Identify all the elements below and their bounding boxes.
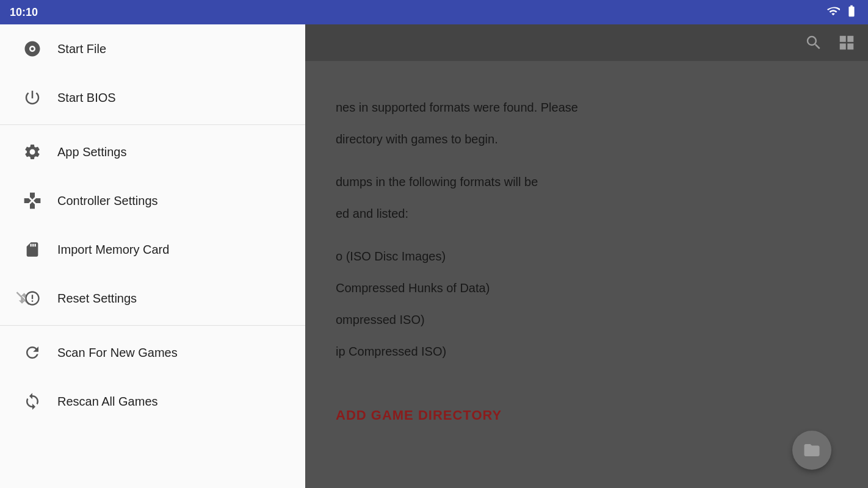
controller-icon <box>17 191 48 210</box>
memory-card-icon <box>17 241 48 258</box>
status-time: 10:10 <box>10 6 38 19</box>
sidebar-drawer: Start File Start BIOS App Settings Contr… <box>0 24 305 488</box>
rescan-icon <box>17 392 48 411</box>
refresh-icon <box>17 343 48 362</box>
power-icon <box>17 88 48 107</box>
scan-for-new-games-label: Scan For New Games <box>57 346 178 360</box>
battery-icon <box>845 4 858 20</box>
sidebar-item-start-bios[interactable]: Start BIOS <box>0 73 305 122</box>
reset-icon <box>17 290 48 307</box>
divider-2 <box>0 325 305 326</box>
controller-settings-label: Controller Settings <box>57 194 158 208</box>
app-settings-label: App Settings <box>57 145 126 159</box>
sidebar-item-reset-settings[interactable]: Reset Settings <box>0 274 305 323</box>
sidebar-item-scan-for-new-games[interactable]: Scan For New Games <box>0 328 305 377</box>
wifi-icon <box>826 4 840 20</box>
divider-1 <box>0 124 305 125</box>
status-bar: 10:10 <box>0 0 868 24</box>
start-bios-label: Start BIOS <box>57 91 116 105</box>
sidebar-item-start-file[interactable]: Start File <box>0 24 305 73</box>
status-icons <box>826 4 858 20</box>
sidebar-item-rescan-all-games[interactable]: Rescan All Games <box>0 377 305 426</box>
reset-settings-label: Reset Settings <box>57 292 137 306</box>
sidebar-item-import-memory-card[interactable]: Import Memory Card <box>0 225 305 274</box>
rescan-all-games-label: Rescan All Games <box>57 395 158 409</box>
sidebar-item-controller-settings[interactable]: Controller Settings <box>0 176 305 225</box>
start-file-label: Start File <box>57 42 106 56</box>
import-memory-card-label: Import Memory Card <box>57 243 169 257</box>
settings-icon <box>17 143 48 161</box>
disc-icon <box>17 40 48 58</box>
sidebar-item-app-settings[interactable]: App Settings <box>0 127 305 176</box>
